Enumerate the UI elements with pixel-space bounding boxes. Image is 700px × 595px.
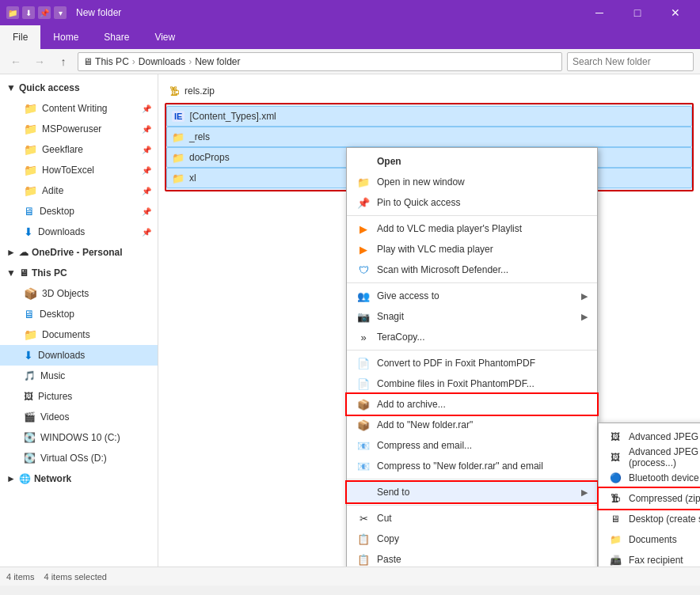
ctx-copy[interactable]: 📋 Copy [347, 529, 597, 549]
app-icon: 🖼 [608, 430, 622, 444]
teracopy-icon: » [356, 330, 371, 344]
tab-home[interactable]: Home [40, 25, 91, 49]
sidebar-item-content-writing[interactable]: 📁 Content Writing 📌 [0, 98, 158, 119]
folder-icon: 📁 [24, 184, 37, 197]
file-name: docProps [189, 152, 230, 163]
ctx-defender[interactable]: 🛡 Scan with Microsoft Defender... [347, 260, 597, 280]
sidebar-item-virtual-d[interactable]: 💽 Virtual OSs (D:) [0, 448, 158, 468]
file-item-xml[interactable]: IE [Content_Types].xml [166, 106, 692, 127]
sidebar-network[interactable]: ► 🌐 Network [0, 468, 158, 489]
ctx-add-rar[interactable]: 📦 Add to "New folder.rar" [347, 415, 597, 435]
pin-icon: 📌 [142, 228, 151, 237]
forward-button[interactable]: → [30, 52, 49, 71]
search-input[interactable] [567, 52, 694, 71]
sidebar-item-downloads-quick[interactable]: ⬇ Downloads 📌 [0, 222, 158, 242]
folder-icon: 📁 [24, 123, 37, 135]
submenu-fax[interactable]: 📠 Fax recipient [599, 550, 700, 567]
music-icon: 🎵 [24, 370, 36, 381]
submenu-jpeg-open[interactable]: 🖼 Advanced JPEG Compressor (open) [599, 426, 700, 447]
chevron-down-icon: ▼ [6, 82, 16, 93]
ctx-snagit[interactable]: 📷 Snagit ▶ [347, 306, 597, 327]
submenu-documents[interactable]: 📁 Documents [599, 529, 700, 550]
window-title: New folder [76, 7, 576, 18]
sidebar-item-3d-objects[interactable]: 📦 3D Objects [0, 283, 158, 304]
file-name: _rels [189, 131, 210, 142]
more-icon[interactable]: ▾ [54, 6, 67, 19]
ctx-give-access[interactable]: 👥 Give access to ▶ [347, 286, 597, 306]
submenu-bluetooth[interactable]: 🔵 Bluetooth device [599, 468, 700, 488]
ctx-vlc-playlist[interactable]: ▶ Add to VLC media player's Playlist [347, 218, 597, 239]
submenu-compressed-zip[interactable]: 🗜 Compressed (zipped) folder [599, 488, 700, 509]
vlc-icon: ▶ [356, 222, 371, 236]
winrar-email-icon: 📧 [356, 438, 371, 453]
ctx-paste[interactable]: 📋 Paste [347, 549, 597, 567]
address-path[interactable]: 🖥 This PC › Downloads › New folder [78, 52, 562, 71]
sidebar-this-pc[interactable]: ▼ 🖥 This PC [0, 263, 158, 283]
tab-share[interactable]: Share [91, 25, 142, 49]
content-area: 🗜 rels.zip IE [Content_Types].xml 📁 _rel… [158, 74, 700, 567]
ctx-compress-email[interactable]: 📧 Compress and email... [347, 435, 597, 456]
window-controls: ─ □ ✕ [581, 0, 694, 25]
ctx-teracopy[interactable]: » TeraCopy... [347, 327, 597, 347]
sidebar-item-videos[interactable]: 🎬 Videos [0, 407, 158, 427]
sidebar-item-mspoweruser[interactable]: 📁 MSPoweruser 📌 [0, 119, 158, 139]
ctx-send-to[interactable]: Send to ▶ [347, 482, 597, 502]
items-count: 4 items [6, 572, 34, 582]
sidebar-item-pictures[interactable]: 🖼 Pictures [0, 386, 158, 407]
sidebar-item-howtoexcel[interactable]: 📁 HowToExcel 📌 [0, 160, 158, 180]
sidebar-item-geekflare[interactable]: 📁 Geekflare 📌 [0, 139, 158, 160]
submenu-desktop-shortcut[interactable]: 🖥 Desktop (create shortcut) [599, 509, 700, 529]
path-segment-downloads[interactable]: Downloads [139, 56, 185, 67]
file-item-rels[interactable]: 📁 _rels [166, 127, 692, 147]
winrar-icon: 📦 [356, 418, 371, 432]
ctx-add-archive[interactable]: 📦 Add to archive... [347, 394, 597, 415]
quick-access-icon[interactable]: ⬇ [22, 6, 35, 19]
file-item-zip[interactable]: 🗜 rels.zip [165, 81, 694, 101]
tab-file[interactable]: File [0, 25, 40, 49]
up-button[interactable]: ↑ [54, 52, 73, 71]
ctx-open[interactable]: Open [347, 151, 597, 172]
share-icon: 👥 [356, 289, 371, 303]
maximize-button[interactable]: □ [619, 0, 656, 25]
sidebar-item-downloads[interactable]: ⬇ Downloads [0, 345, 158, 366]
sidebar-item-documents[interactable]: 📁 Documents [0, 324, 158, 345]
tab-view[interactable]: View [142, 25, 188, 49]
sidebar-item-desktop[interactable]: 🖥 Desktop 📌 [0, 201, 158, 222]
file-name: xl [189, 172, 196, 184]
ctx-cut[interactable]: ✂ Cut [347, 508, 597, 529]
path-segment-thispc[interactable]: 🖥 This PC [83, 56, 129, 67]
ctx-compress-rar-email[interactable]: 📧 Compress to "New folder.rar" and email [347, 456, 597, 476]
vlc-play-icon: ▶ [356, 242, 371, 256]
ctx-foxit-pdf[interactable]: 📄 Convert to PDF in Foxit PhantomPDF [347, 353, 597, 373]
sidebar: ▼ Quick access 📁 Content Writing 📌 📁 MSP… [0, 74, 158, 567]
address-bar: ← → ↑ 🖥 This PC › Downloads › New folder [0, 49, 700, 74]
minimize-button[interactable]: ─ [581, 0, 618, 25]
paste-icon: 📋 [356, 552, 371, 567]
cloud-icon: ☁ [19, 247, 29, 258]
arrow-icon: ▶ [581, 487, 588, 498]
sidebar-item-windows-c[interactable]: 💽 WINDOWS 10 (C:) [0, 427, 158, 448]
close-button[interactable]: ✕ [657, 0, 694, 25]
sidebar-label: Pictures [38, 391, 72, 402]
foxit-combine-icon: 📄 [356, 377, 371, 391]
sidebar-quick-access[interactable]: ▼ Quick access [0, 78, 158, 98]
ctx-pin-quick-access[interactable]: 📌 Pin to Quick access [347, 192, 597, 213]
submenu-jpeg-process[interactable]: 🖼 Advanced JPEG Compressor (process...) [599, 447, 700, 468]
ctx-foxit-combine[interactable]: 📄 Combine files in Foxit PhantomPDF... [347, 373, 597, 394]
sidebar-item-music[interactable]: 🎵 Music [0, 366, 158, 386]
chevron-right-icon: ► [6, 247, 16, 258]
ctx-open-new-window[interactable]: 📁 Open in new window [347, 172, 597, 192]
sidebar-label: Videos [40, 411, 69, 423]
path-segment-newfolder[interactable]: New folder [195, 56, 240, 67]
desktop-icon: 🖥 [608, 512, 622, 526]
ctx-vlc-play[interactable]: ▶ Play with VLC media player [347, 239, 597, 260]
back-button[interactable]: ← [6, 52, 25, 71]
this-pc-label: This PC [32, 267, 67, 279]
cut-icon: ✂ [356, 511, 371, 525]
pin-icon: 📌 [142, 125, 151, 134]
sidebar-item-desktop-pc[interactable]: 🖥 Desktop [0, 304, 158, 324]
zip-icon: 🗜 [169, 85, 180, 97]
sidebar-item-adite[interactable]: 📁 Adite 📌 [0, 180, 158, 201]
pin-icon[interactable]: 📌 [38, 6, 51, 19]
sidebar-onedrive[interactable]: ► ☁ OneDrive - Personal [0, 242, 158, 263]
